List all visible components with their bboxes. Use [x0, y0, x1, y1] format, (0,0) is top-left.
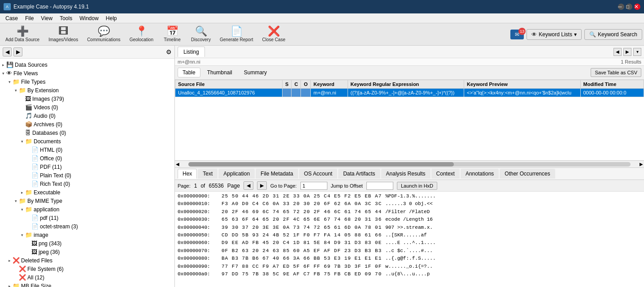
tree-icon-videos: 🎬	[25, 104, 32, 111]
keyword-lists-button[interactable]: 👁 Keyword Lists ▾	[527, 29, 582, 40]
tab-analysis-results[interactable]: Analysis Results	[381, 169, 431, 179]
tree-label-deleted-files: Deleted Files	[21, 257, 52, 264]
table-tab[interactable]: Table	[178, 68, 200, 77]
listing-forward-button[interactable]: ▶	[623, 48, 631, 56]
tree-item-jpeg[interactable]: 🖼jpeg (36)	[0, 248, 174, 256]
menu-file[interactable]: File	[22, 14, 37, 22]
back-button[interactable]: ◀	[3, 47, 12, 56]
settings-icon[interactable]: ⚙	[166, 48, 172, 56]
tree-item-all[interactable]: ❌All (12)	[0, 273, 174, 282]
hex-toolbar: Page: 1 of 65536 Page ◀ ▶ Go to Page: Ju…	[175, 180, 644, 192]
tab-file-metadata[interactable]: File Metadata	[256, 169, 298, 179]
tab-hex[interactable]: Hex	[178, 169, 197, 179]
tab-annotations[interactable]: Annotations	[461, 169, 499, 179]
prev-page-button[interactable]: ◀	[244, 181, 253, 190]
tree-icon-by-mime: 📁	[19, 197, 26, 204]
tree-expand-executable[interactable]: ▸	[19, 190, 25, 195]
tree-item-application[interactable]: ▾📁application	[0, 205, 174, 214]
save-table-button[interactable]: Save Table as CSV	[591, 68, 641, 77]
tree-item-archives[interactable]: 📦Archives (0)	[0, 120, 174, 129]
table-row[interactable]: Unalloc_4_12656640_1087102976m+@nn.ni({?…	[175, 89, 644, 97]
menu-case[interactable]: Case	[2, 14, 22, 22]
tree-item-image-mime[interactable]: ▾📁image	[0, 231, 174, 239]
tree-expand-application[interactable]: ▾	[19, 207, 25, 212]
tree-icon-png: 🖼	[31, 240, 37, 247]
mail-button[interactable]: ✉ 13	[510, 30, 524, 39]
tab-os-account[interactable]: OS Account	[299, 169, 337, 179]
tab-text[interactable]: Text	[198, 169, 218, 179]
tree-expand-by-mime[interactable]: ▾	[13, 199, 19, 203]
tab-other-occurrences[interactable]: Other Occurrences	[500, 169, 555, 179]
tree-item-richtext[interactable]: 📄Rich Text (0)	[0, 180, 174, 188]
discovery-button[interactable]: 🔍 Discovery	[187, 25, 214, 44]
tree-label-videos: Videos (0)	[34, 104, 58, 111]
next-page-button[interactable]: ▶	[257, 181, 267, 190]
tree-item-pdf[interactable]: 📄PDF (11)	[0, 163, 174, 171]
tree-expand-deleted-files[interactable]: ▸	[6, 258, 13, 263]
tree-item-file-views[interactable]: ▾👁File Views	[0, 69, 174, 77]
close-button[interactable]: ✕	[634, 4, 640, 10]
tab-context[interactable]: Context	[431, 169, 460, 179]
menu-tools[interactable]: Tools	[56, 14, 76, 22]
menu-help[interactable]: Help	[102, 14, 121, 22]
menu-view[interactable]: View	[37, 14, 56, 22]
add-data-source-button[interactable]: ➕ Add Data Source	[2, 25, 43, 44]
tree-expand-image-mime[interactable]: ▾	[19, 233, 25, 237]
menu-window[interactable]: Window	[76, 14, 102, 22]
tree-expand-file-types[interactable]: ▾	[6, 80, 13, 84]
summary-tab[interactable]: Summary	[239, 68, 272, 77]
tree-item-mb-file-size[interactable]: ▸📁MB File Size	[0, 282, 174, 287]
communications-button[interactable]: 💬 Communications	[83, 25, 124, 44]
scroll-track[interactable]	[188, 162, 631, 167]
tree-item-office[interactable]: 📄Office (0)	[0, 154, 174, 163]
tree-item-documents[interactable]: ▾📁Documents	[0, 137, 174, 146]
go-to-page-input[interactable]	[300, 182, 327, 190]
scroll-right-button[interactable]: ▶	[640, 162, 643, 167]
tree-item-data-sources[interactable]: ▸💾Data Sources	[0, 60, 174, 69]
maximize-button[interactable]: □	[626, 4, 632, 10]
generate-report-button[interactable]: 📄 Generate Report	[216, 25, 257, 44]
thumbnail-tab[interactable]: Thumbnail	[202, 68, 237, 77]
scroll-left-button[interactable]: ◀	[176, 162, 179, 167]
tab-data-artifacts[interactable]: Data Artifacts	[338, 169, 380, 179]
tree-item-file-system[interactable]: ❌File System (6)	[0, 265, 174, 273]
tree-item-html[interactable]: 📄HTML (0)	[0, 146, 174, 154]
jump-to-offset-input[interactable]	[366, 182, 393, 190]
hex-text: ..[SKR......af	[385, 232, 426, 239]
close-case-button[interactable]: ❌ Close Case	[259, 25, 289, 44]
tree-item-by-extension[interactable]: ▾📁By Extension	[0, 86, 174, 94]
table-scrollbar[interactable]: ◀ ▶	[175, 160, 644, 167]
scroll-thumb[interactable]	[188, 162, 454, 167]
geolocation-button[interactable]: 📍 Geolocation	[126, 25, 157, 44]
tab-application[interactable]: Application	[218, 169, 255, 179]
tree-item-octet[interactable]: 📄octet-stream (3)	[0, 222, 174, 231]
tree-expand-by-extension[interactable]: ▾	[13, 88, 19, 93]
tree-item-png[interactable]: 🖼png (343)	[0, 239, 174, 248]
tree-item-images[interactable]: 🖼Images (379)	[0, 94, 174, 103]
listing-tab[interactable]: Listing	[178, 47, 205, 57]
tree-expand-documents[interactable]: ▾	[19, 139, 25, 144]
tree-icon-office: 📄	[31, 155, 39, 162]
tree-item-videos[interactable]: 🎬Videos (0)	[0, 103, 174, 111]
tree-item-file-types[interactable]: ▾📁File Types	[0, 77, 174, 86]
launch-hxd-button[interactable]: Launch in HxD	[397, 182, 437, 190]
listing-back-button[interactable]: ◀	[614, 48, 622, 56]
listing-dropdown-button[interactable]: ▾	[633, 48, 641, 56]
tree-label-file-views: File Views	[13, 70, 38, 77]
timeline-button[interactable]: 📅 Timeline	[159, 25, 186, 44]
tree-item-executable[interactable]: ▸📁Executable	[0, 188, 174, 197]
forward-button[interactable]: ▶	[13, 47, 22, 56]
tree-item-audio[interactable]: 🎵Audio (0)	[0, 111, 174, 120]
left-panel: ◀ ▶ ⚙ ▸💾Data Sources▾👁File Views▾📁File T…	[0, 46, 175, 287]
tree-expand-mb-file-size[interactable]: ▸	[6, 284, 13, 287]
images-videos-button[interactable]: 🎞 Images/Videos	[45, 25, 82, 44]
minimize-button[interactable]: ─	[618, 4, 624, 10]
tree-item-deleted-files[interactable]: ▸❌Deleted Files	[0, 256, 174, 265]
tree-item-pdf-mime[interactable]: 📄pdf (11)	[0, 214, 174, 222]
tree-expand-data-sources[interactable]: ▸	[0, 63, 6, 67]
tree-item-by-mime[interactable]: ▾📁By MIME Type	[0, 197, 174, 205]
keyword-search-button[interactable]: 🔍 Keyword Search	[584, 29, 642, 40]
tree-item-plaintext[interactable]: 📄Plain Text (0)	[0, 171, 174, 180]
tree-expand-file-views[interactable]: ▾	[0, 71, 6, 76]
tree-item-databases[interactable]: 🗄Databases (0)	[0, 129, 174, 137]
